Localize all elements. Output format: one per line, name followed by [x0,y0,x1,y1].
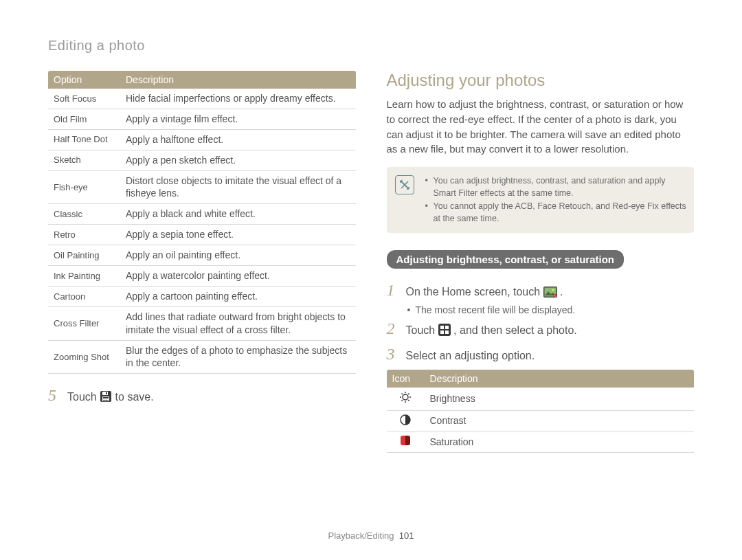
option-desc: Blur the edges of a photo to emphasize t… [120,340,356,374]
option-name: Half Tone Dot [48,129,120,150]
table-row: RetroApply a sepia tone effect. [48,225,356,245]
step-text: to save. [115,391,154,403]
svg-point-18 [403,394,408,400]
option-desc: Apply a cartoon painting effect. [120,286,356,306]
table-row: CartoonApply a cartoon painting effect. [48,286,356,306]
note-item: You cannot apply the ACB, Face Retouch, … [425,201,688,225]
step-number: 3 [387,345,406,363]
step-number: 1 [387,281,406,300]
left-column: Option Description Soft FocusHide facial… [48,71,356,453]
option-desc: Add lines that radiate outward from brig… [120,306,356,340]
option-desc: Apply a vintage film effect. [120,109,356,129]
option-name: Old Film [48,109,120,129]
option-name: Cartoon [48,286,120,306]
svg-rect-15 [445,326,449,329]
table-row: Contrast [387,410,695,432]
svg-rect-2 [106,392,107,394]
page-header: Editing a photo [48,38,694,54]
option-name: Classic [48,204,120,225]
contrast-icon [400,417,411,427]
saturation-icon [401,436,410,445]
svg-rect-17 [445,331,449,334]
right-column: Adjusting your photos Learn how to adjus… [387,71,695,453]
adjust-icon-table: Icon Description Brightness [387,370,695,453]
photo-editor-app-icon: ✎ [543,286,557,302]
footer-page-number: 101 [399,530,414,541]
svg-rect-16 [440,331,444,334]
step-body: On the Home screen, touch ✎ . [406,284,563,302]
table-row: Half Tone DotApply a halftone effect. [48,129,356,150]
option-desc: Apply a pen sketch effect. [120,150,356,170]
svg-line-23 [402,394,403,395]
step-body: Touch , and then select a photo. [406,322,577,341]
step-text: . [560,286,563,298]
footer-section: Playback/Editing [328,530,394,541]
filter-options-table: Option Description Soft FocusHide facial… [48,71,356,374]
step-text: Touch [406,324,438,336]
icon-desc: Saturation [425,432,695,453]
table-row: ClassicApply a black and white effect. [48,204,356,225]
table-row: Old FilmApply a vintage film effect. [48,109,356,129]
section-title: Adjusting your photos [387,71,695,90]
svg-line-26 [402,400,403,401]
svg-point-10 [552,289,554,291]
step-2: 2 Touch , and then select a photo. [387,320,695,341]
step-1: 1 On the Home screen, touch ✎ . [387,281,695,302]
options-header-option: Option [48,71,120,89]
option-desc: Apply a sepia tone effect. [120,225,356,245]
step-text: , and then select a photo. [453,324,577,336]
table-row: Brightness [387,388,695,410]
table-row: Soft FocusHide facial imperfections or a… [48,89,356,109]
step-number: 5 [48,386,67,405]
svg-rect-13 [438,324,451,336]
step-3: 3 Select an adjusting option. [387,345,695,364]
step-sub: The most recent file will be displayed. [406,304,695,315]
option-desc: Apply a watercolor painting effect. [120,266,356,287]
step-text: On the Home screen, touch [406,286,543,298]
note-box: You can adjust brightness, contrast, and… [387,167,695,233]
option-desc: Hide facial imperfections or apply dream… [120,89,356,109]
step-5: 5 Touch to save. [48,386,356,407]
option-desc: Apply a halftone effect. [120,129,356,150]
svg-rect-5 [103,399,109,399]
svg-rect-6 [103,400,109,401]
intro-paragraph: Learn how to adjust the brightness, cont… [387,97,695,157]
icon-cell [387,410,425,432]
save-disk-icon [100,390,112,407]
note-icon [395,175,414,194]
table-row: Fish-eyeDistort close objects to imitate… [48,170,356,204]
option-name: Retro [48,225,120,245]
page-footer: Playback/Editing 101 [0,530,742,541]
option-name: Cross Filter [48,306,120,340]
step-number: 2 [387,320,406,338]
icon-desc: Contrast [425,410,695,432]
subsection-pill: Adjusting brightness, contrast, or satur… [387,250,625,269]
table-row: Zooming ShotBlur the edges of a photo to… [48,340,356,374]
option-desc: Apply an oil painting effect. [120,245,356,266]
table-row: SketchApply a pen sketch effect. [48,150,356,170]
option-name: Fish-eye [48,170,120,204]
svg-rect-4 [103,397,109,398]
icon-cell [387,432,425,453]
options-header-description: Description [120,71,356,89]
svg-line-25 [408,394,409,395]
icon-desc: Brightness [425,388,695,410]
step-body: Select an adjusting option. [406,348,535,364]
table-row: Cross FilterAdd lines that radiate outwa… [48,306,356,340]
note-item: You can adjust brightness, contrast, and… [425,175,688,199]
option-name: Sketch [48,150,120,170]
table-row: Oil PaintingApply an oil painting effect… [48,245,356,266]
icon-desc-header: Description [425,370,695,388]
icon-header: Icon [387,370,425,388]
svg-line-24 [408,400,409,401]
brightness-icon [399,395,412,405]
thumbnail-grid-icon [438,324,451,341]
step-body: Touch to save. [67,389,154,407]
icon-cell [387,388,425,410]
svg-text:✎: ✎ [554,294,556,298]
table-row: Saturation [387,432,695,453]
step-text: Touch [67,391,100,403]
option-name: Ink Painting [48,266,120,287]
option-name: Soft Focus [48,89,120,109]
two-column-layout: Option Description Soft FocusHide facial… [48,71,694,453]
